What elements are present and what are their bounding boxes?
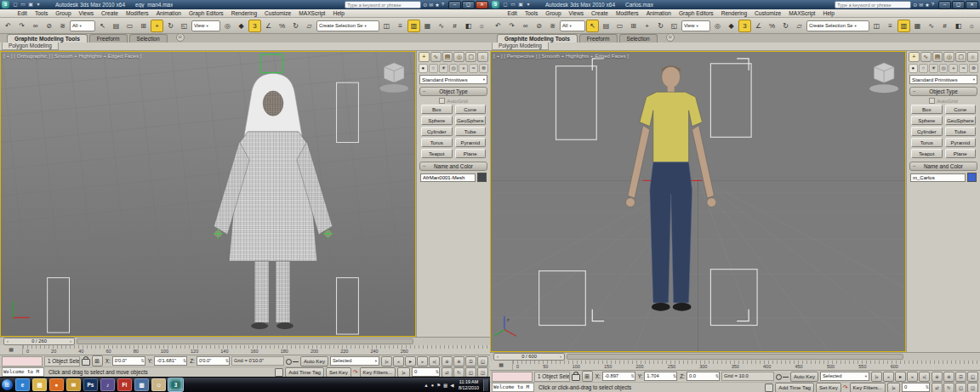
viewport-label[interactable]: [ + ] [ Orthographic ] [ Smooth + Highli… xyxy=(3,53,142,59)
set-key-button[interactable]: Set Key xyxy=(326,367,351,378)
hierarchy-tab-icon[interactable]: ▤ xyxy=(442,52,453,62)
menu-item[interactable]: Tools xyxy=(521,10,541,16)
object-type-button[interactable]: Cylinder xyxy=(911,127,943,136)
object-type-button[interactable]: Pyramid xyxy=(455,138,487,147)
close-button[interactable]: ✕ xyxy=(476,1,488,9)
tab-freeform[interactable]: Freeform xyxy=(579,34,618,43)
menu-item[interactable]: Group xyxy=(542,10,565,16)
menu-item[interactable]: Views xyxy=(565,10,587,16)
firefox-icon[interactable]: ● xyxy=(49,378,64,391)
object-type-button[interactable]: Cone xyxy=(945,105,977,114)
menu-item[interactable]: Rendering xyxy=(717,10,750,16)
outlook-icon[interactable]: ✉ xyxy=(66,378,81,391)
menu-item[interactable]: MAXScript xyxy=(295,10,329,16)
save-file-icon[interactable]: ▣ xyxy=(517,1,524,9)
select-and-move-icon[interactable]: + xyxy=(151,20,163,32)
undo-icon[interactable]: ↶ xyxy=(492,20,504,32)
rectangular-selection-icon[interactable]: ▭ xyxy=(613,20,626,32)
current-frame-field[interactable]: 0 xyxy=(412,367,440,377)
menu-item[interactable]: Edit xyxy=(504,10,521,16)
object-type-button[interactable]: Torus xyxy=(911,138,943,147)
infocenter-search-input[interactable] xyxy=(345,1,421,9)
select-object-icon[interactable]: ↖ xyxy=(586,20,599,32)
utilities-tab-icon[interactable]: ☼ xyxy=(477,52,488,62)
absolute-mode-icon[interactable] xyxy=(582,371,593,382)
reference-coordinate-dropdown[interactable]: View xyxy=(681,20,710,31)
minimize-button[interactable]: – xyxy=(448,1,461,9)
open-file-icon[interactable]: ▭ xyxy=(20,1,26,9)
redo-icon[interactable]: ↷ xyxy=(15,20,28,32)
object-type-button[interactable]: Tube xyxy=(945,127,977,136)
go-to-end-button[interactable]: »| xyxy=(429,356,440,366)
3ds-max-taskbar-icon[interactable]: 3 xyxy=(168,378,183,391)
z-coordinate-field[interactable]: 0'0.0" xyxy=(197,356,230,366)
align-icon[interactable]: ≡ xyxy=(394,20,407,32)
time-tag-icon[interactable] xyxy=(275,368,283,377)
motion-tab-icon[interactable]: ◎ xyxy=(943,52,954,62)
set-keys-icon[interactable] xyxy=(776,373,789,380)
zoom-all-icon[interactable]: ⊛ xyxy=(453,356,464,366)
use-pivot-center-icon[interactable]: ◎ xyxy=(221,20,234,32)
cameras-icon[interactable]: ◎ xyxy=(449,64,459,73)
new-scene-icon[interactable]: ◻ xyxy=(12,1,19,9)
menu-item[interactable]: Modifiers xyxy=(122,10,152,16)
material-editor-icon[interactable]: ◧ xyxy=(462,20,475,32)
selection-lock-icon[interactable] xyxy=(572,374,580,381)
schematic-view-icon[interactable]: # xyxy=(448,20,461,32)
go-to-start-button[interactable]: |« xyxy=(381,356,392,366)
photoshop-icon[interactable]: Ps xyxy=(83,378,98,391)
polygon-modeling-panel-tab[interactable]: Polygon Modeling xyxy=(2,43,59,50)
set-key-curve-icon[interactable]: ↷ xyxy=(843,383,848,392)
reference-coordinate-dropdown[interactable]: View xyxy=(191,20,220,31)
mini-curve-editor-icon[interactable]: ▦ xyxy=(0,345,23,355)
zoom-all-icon[interactable]: ⊛ xyxy=(943,372,954,382)
named-selection-sets-icon[interactable]: ▱ xyxy=(793,20,806,32)
object-type-rollout[interactable]: Object Type xyxy=(909,87,977,96)
modify-tab-icon[interactable]: ∿ xyxy=(920,52,932,62)
mirror-icon[interactable]: ◫ xyxy=(380,20,393,32)
object-color-swatch[interactable] xyxy=(477,173,487,182)
menu-item[interactable]: Graph Editors xyxy=(185,10,227,16)
pan-icon[interactable]: ⇄ xyxy=(932,383,943,392)
maxscript-listener-line[interactable]: Welcome to M xyxy=(492,383,534,392)
maximize-viewport-icon[interactable]: ◰ xyxy=(955,383,966,392)
next-frame-button[interactable]: » xyxy=(417,356,428,366)
motion-tab-icon[interactable]: ◎ xyxy=(453,52,464,62)
cameras-icon[interactable]: ◎ xyxy=(939,64,949,73)
redo-icon[interactable]: ↷ xyxy=(505,20,518,32)
space-warps-icon[interactable]: ≈ xyxy=(959,64,968,73)
set-key-curve-icon[interactable]: ↷ xyxy=(353,368,358,377)
menu-item[interactable]: Animation xyxy=(152,10,185,16)
save-file-icon[interactable]: ▣ xyxy=(27,1,34,9)
infocenter-help-icon[interactable]: ? xyxy=(442,2,444,8)
percent-snap-icon[interactable]: % xyxy=(276,20,288,32)
rectangular-selection-icon[interactable]: ▭ xyxy=(123,20,136,32)
previous-frame-arrow[interactable]: ‹ xyxy=(7,338,9,344)
close-button[interactable]: ✕ xyxy=(966,1,978,9)
zoom-icon[interactable]: ⊕ xyxy=(442,356,453,366)
space-warps-icon[interactable]: ≈ xyxy=(469,64,478,73)
object-type-button[interactable]: Tube xyxy=(455,127,487,136)
show-desktop-button[interactable] xyxy=(483,379,488,391)
object-type-button[interactable]: Teapot xyxy=(421,149,453,158)
hierarchy-tab-icon[interactable]: ▤ xyxy=(932,52,943,62)
orbit-icon[interactable]: ↻ xyxy=(943,383,954,392)
maxscript-mini-listener[interactable] xyxy=(492,372,533,382)
autogrid-checkbox[interactable] xyxy=(929,98,935,104)
tab-selection[interactable]: Selection xyxy=(129,34,168,43)
shapes-icon[interactable]: ○ xyxy=(429,64,438,73)
mini-curve-editor-icon[interactable]: ▦ xyxy=(490,361,513,370)
key-filters-button[interactable]: Key Filters... xyxy=(360,367,396,378)
shapes-icon[interactable]: ○ xyxy=(919,64,928,73)
time-slider-handle[interactable]: ‹ 0 / 260 › xyxy=(3,338,75,345)
object-name-field[interactable] xyxy=(420,173,476,182)
object-type-button[interactable]: Plane xyxy=(455,149,487,158)
maximize-button[interactable]: ▢ xyxy=(952,1,965,9)
add-time-tag-button[interactable]: Add Time Tag xyxy=(285,367,324,378)
material-editor-icon[interactable]: ◧ xyxy=(952,20,965,32)
internet-explorer-icon[interactable]: e xyxy=(15,378,30,391)
select-and-scale-icon[interactable]: ◱ xyxy=(668,20,681,32)
open-file-icon[interactable]: ▭ xyxy=(510,1,516,9)
bind-to-space-warp-icon[interactable]: ≋ xyxy=(56,20,69,32)
key-mode-toggle-icon[interactable]: |« xyxy=(887,383,900,392)
